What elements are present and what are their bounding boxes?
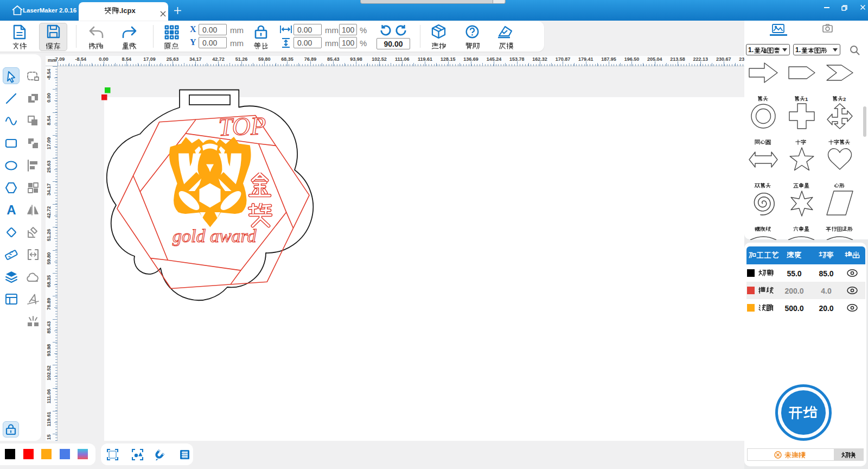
svg-text:TOP: TOP (218, 111, 267, 141)
svg-text:gold award: gold award (173, 226, 257, 246)
